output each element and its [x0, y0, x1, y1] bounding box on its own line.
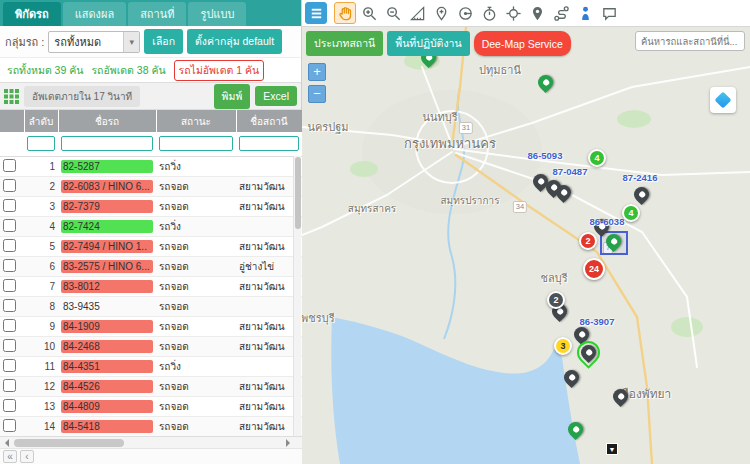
vehicle-id: 84-4809	[61, 400, 153, 413]
vehicle-id-label[interactable]: 87-2416	[623, 172, 658, 183]
row-checkbox[interactable]	[3, 159, 16, 172]
select-all-header[interactable]	[0, 110, 24, 132]
vehicle-status: รถจอด	[156, 296, 236, 316]
table-row[interactable]: 1384-4809รถจอดสยามวัฒน	[0, 396, 302, 416]
cluster-marker[interactable]: 24	[583, 258, 605, 280]
add-marker-tool[interactable]	[430, 2, 452, 24]
table-row[interactable]: 1484-5418รถจอดสยามวัฒน	[0, 416, 302, 436]
vehicle-id-label[interactable]: 86-5093	[528, 150, 563, 161]
place-label: นนทบุรี	[422, 108, 457, 126]
row-checkbox[interactable]	[3, 379, 16, 392]
dee-map-service-button[interactable]: Dee-Map Service	[474, 31, 571, 56]
row-checkbox[interactable]	[3, 219, 16, 232]
table-row[interactable]: 182-5287รถวิ่ง	[0, 156, 302, 176]
table-row[interactable]: 282-6083 / HINO 6...รถจอดสยามวัฒน	[0, 176, 302, 196]
excel-export-button[interactable]: Excel	[255, 86, 297, 106]
zoom-in-tool[interactable]	[358, 2, 380, 24]
measure-tool[interactable]	[406, 2, 428, 24]
flag-marker[interactable]: ▼	[606, 443, 618, 455]
row-checkbox[interactable]	[3, 299, 16, 312]
row-checkbox[interactable]	[3, 399, 16, 412]
row-number: 11	[24, 356, 58, 376]
panel-tabs: พิกัดรถแสดงผลสถานที่รูปแบบ	[0, 0, 301, 26]
column-header[interactable]: สถานะ	[156, 110, 236, 132]
vehicle-id: 84-1909	[61, 320, 153, 333]
horizontal-scrollbar-thumb[interactable]	[14, 439, 124, 447]
choose-group-button[interactable]: เลือก	[144, 29, 183, 54]
row-checkbox[interactable]	[3, 239, 16, 252]
row-number: 10	[24, 336, 58, 356]
zoom-out-button[interactable]: −	[308, 85, 326, 103]
map-layers-button[interactable]	[710, 87, 736, 113]
vehicle-id-label[interactable]: 86-6038	[590, 216, 625, 227]
cluster-marker[interactable]: 2	[579, 232, 597, 250]
table-row[interactable]: 883-9435รถจอด	[0, 296, 302, 316]
table-row[interactable]: 382-7379รถจอดสยามวัฒน	[0, 196, 302, 216]
zoom-out-tool[interactable]	[382, 2, 404, 24]
column-filter-input[interactable]	[27, 136, 55, 151]
row-checkbox[interactable]	[3, 359, 16, 372]
cluster-marker[interactable]: 4	[588, 149, 606, 167]
table-row[interactable]: 783-8012รถจอดสยามวัฒน	[0, 276, 302, 296]
row-checkbox[interactable]	[3, 199, 16, 212]
work-area-button[interactable]: พื้นที่ปฏิบัติงาน	[387, 31, 469, 56]
row-checkbox[interactable]	[3, 259, 16, 272]
station-type-button[interactable]: ประเภทสถานี	[306, 31, 383, 56]
table-row[interactable]: 1084-2468รถจอดสยามวัฒน	[0, 336, 302, 356]
chat-tool[interactable]	[598, 2, 620, 24]
row-checkbox[interactable]	[3, 179, 16, 192]
panel-tab[interactable]: รูปแบบ	[188, 2, 246, 26]
table-row[interactable]: 582-7494 / HINO 1..รถจอดสยามวัฒน	[0, 236, 302, 256]
row-checkbox[interactable]	[3, 279, 16, 292]
map-overlay-buttons: ประเภทสถานี พื้นที่ปฏิบัติงาน Dee-Map Se…	[306, 31, 571, 56]
row-checkbox[interactable]	[3, 419, 16, 432]
vehicle-status: รถวิ่ง	[156, 216, 236, 236]
panel-tab[interactable]: พิกัดรถ	[3, 2, 61, 26]
panel-tab[interactable]: แสดงผล	[63, 2, 127, 26]
map-canvas[interactable]: ปทุมธานีนนทบุรีกรุงเทพมหานครนครปฐมสมุทรป…	[302, 27, 750, 464]
route-tool[interactable]	[550, 2, 572, 24]
vehicle-id-label[interactable]: 87-0487	[553, 166, 588, 177]
update-interval-text: อัพเดตภายใน 17 วินาที	[24, 86, 140, 107]
layers-list-tool[interactable]	[305, 2, 327, 24]
map-search-input[interactable]	[635, 31, 745, 51]
cluster-marker[interactable]: 4	[622, 204, 640, 222]
cluster-marker[interactable]: 3	[554, 337, 572, 355]
grid-icon	[4, 89, 19, 104]
cluster-marker[interactable]: 2	[547, 291, 565, 309]
streetview-tool[interactable]	[574, 2, 596, 24]
horizontal-scrollbar[interactable]	[0, 436, 302, 448]
pan-tool[interactable]	[334, 2, 356, 24]
column-header[interactable]: ชื่อรถ	[58, 110, 156, 132]
table-row[interactable]: 1184-4351รถวิ่ง	[0, 356, 302, 376]
table-row[interactable]: 984-1909รถจอดสยามวัฒน	[0, 316, 302, 336]
place-label: กรุงเทพมหานคร	[404, 133, 496, 154]
table-row[interactable]: 482-7424รถวิ่ง	[0, 216, 302, 236]
zoom-in-button[interactable]: +	[308, 63, 326, 81]
row-number: 9	[24, 316, 58, 336]
marker-tool[interactable]	[526, 2, 548, 24]
row-checkbox[interactable]	[3, 339, 16, 352]
column-filter-input[interactable]	[239, 136, 299, 151]
vehicle-id: 84-2468	[61, 340, 153, 353]
table-row[interactable]: 683-2575 / HINO 6...รถจอดอู่ช่างไข่	[0, 256, 302, 276]
vertical-scrollbar-thumb[interactable]	[295, 157, 301, 229]
column-header[interactable]: ลำดับ	[24, 110, 58, 132]
column-filter-input[interactable]	[61, 136, 153, 151]
radius-tool[interactable]	[454, 2, 476, 24]
target-tool[interactable]	[502, 2, 524, 24]
pager-arrow[interactable]: ‹	[20, 450, 34, 463]
column-header[interactable]: ชื่อสถานี	[236, 110, 302, 132]
vehicle-id-label[interactable]: 86-3907	[580, 316, 615, 327]
vertical-scrollbar[interactable]	[293, 156, 301, 436]
column-filter-input[interactable]	[159, 136, 233, 151]
vehicle-group-select[interactable]: รถทั้งหมด ▾	[48, 31, 140, 53]
panel-tab[interactable]: สถานที่	[128, 2, 186, 26]
table-row[interactable]: 1284-4526รถจอดสยามวัฒน	[0, 376, 302, 396]
pager-arrow[interactable]: «	[3, 450, 17, 463]
set-default-group-button[interactable]: ตั้งค่ากลุ่ม default	[187, 29, 282, 54]
row-checkbox[interactable]	[3, 319, 16, 332]
print-button[interactable]: พิมพ์	[214, 84, 251, 109]
stopwatch-tool[interactable]	[478, 2, 500, 24]
row-number: 7	[24, 276, 58, 296]
